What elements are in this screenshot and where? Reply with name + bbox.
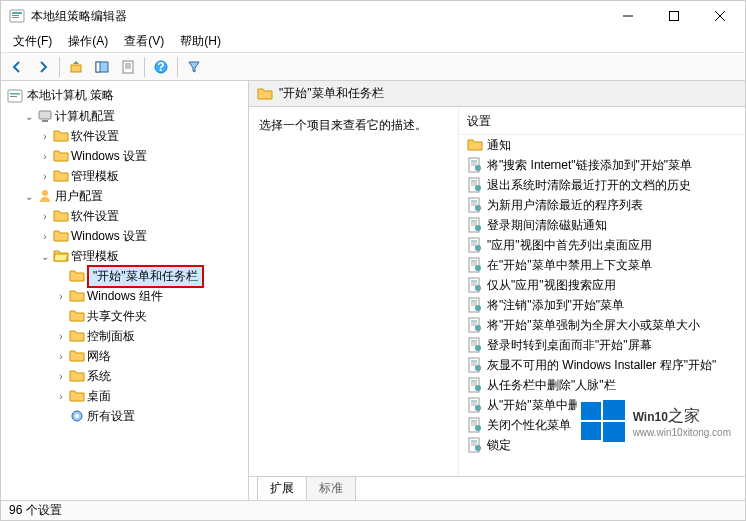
expand-icon[interactable]: › (55, 370, 67, 382)
tree-item[interactable]: ›软件设置 (1, 126, 248, 146)
tree-item[interactable]: ›Windows 设置 (1, 226, 248, 246)
back-button[interactable] (5, 55, 29, 79)
tree-computer-config[interactable]: ⌄计算机配置 (1, 106, 248, 126)
svg-rect-19 (10, 96, 17, 97)
tree-all-settings[interactable]: 所有设置 (1, 406, 248, 426)
tree-item[interactable]: ›管理模板 (1, 166, 248, 186)
policy-icon (467, 297, 483, 313)
svg-point-22 (42, 190, 48, 196)
description-pane: 选择一个项目来查看它的描述。 (249, 107, 459, 476)
up-button[interactable] (64, 55, 88, 79)
show-hide-button[interactable] (90, 55, 114, 79)
tree-item[interactable]: ›Windows 组件 (1, 286, 248, 306)
tree-item[interactable]: ›系统 (1, 366, 248, 386)
filter-button[interactable] (182, 55, 206, 79)
svg-point-94 (475, 425, 481, 431)
svg-text:?: ? (157, 60, 164, 74)
expand-icon[interactable]: › (39, 210, 51, 222)
list-item[interactable]: 退出系统时清除最近打开的文档的历史 (459, 175, 745, 195)
tree-templates-user[interactable]: ⌄管理模板 (1, 246, 248, 266)
expand-icon[interactable]: › (39, 170, 51, 182)
list-item-label: 在"开始"菜单中禁用上下文菜单 (487, 257, 652, 274)
svg-point-44 (475, 225, 481, 231)
folder-icon (53, 228, 69, 244)
list-item-label: 锁定 (487, 437, 511, 454)
policy-icon (467, 377, 483, 393)
collapse-icon[interactable]: ⌄ (39, 250, 51, 262)
menu-view[interactable]: 查看(V) (116, 31, 172, 52)
policy-icon (467, 157, 483, 173)
forward-button[interactable] (31, 55, 55, 79)
tab-extended[interactable]: 扩展 (257, 476, 307, 500)
svg-point-49 (475, 245, 481, 251)
list-item[interactable]: 登录时转到桌面而非"开始"屏幕 (459, 335, 745, 355)
properties-button[interactable] (116, 55, 140, 79)
list-item[interactable]: 登录期间清除磁贴通知 (459, 215, 745, 235)
tree-item[interactable]: 共享文件夹 (1, 306, 248, 326)
list-item[interactable]: "应用"视图中首先列出桌面应用 (459, 235, 745, 255)
list-item[interactable]: 从"开始"菜单中删除"最近添加"列表 (459, 395, 745, 415)
list-item[interactable]: 通知 (459, 135, 745, 155)
expand-icon[interactable]: › (39, 130, 51, 142)
collapse-icon[interactable]: ⌄ (23, 110, 35, 122)
tree-user-config[interactable]: ⌄用户配置 (1, 186, 248, 206)
tree-item[interactable]: ›网络 (1, 346, 248, 366)
close-button[interactable] (697, 1, 743, 31)
help-button[interactable]: ? (149, 55, 173, 79)
list-item-label: 将"搜索 Internet"链接添加到"开始"菜单 (487, 157, 692, 174)
folder-icon (53, 148, 69, 164)
expand-icon[interactable]: › (55, 330, 67, 342)
list-item[interactable]: 将"搜索 Internet"链接添加到"开始"菜单 (459, 155, 745, 175)
tree-item[interactable]: ›Windows 设置 (1, 146, 248, 166)
expand-icon[interactable]: › (39, 230, 51, 242)
content-header: "开始"菜单和任务栏 (249, 81, 745, 107)
policy-icon (467, 397, 483, 413)
list-item[interactable]: 在"开始"菜单中禁用上下文菜单 (459, 255, 745, 275)
svg-point-59 (475, 285, 481, 291)
menu-action[interactable]: 操作(A) (60, 31, 116, 52)
settings-list[interactable]: 设置 通知将"搜索 Internet"链接添加到"开始"菜单退出系统时清除最近打… (459, 107, 745, 476)
list-item[interactable]: 将"开始"菜单强制为全屏大小或菜单大小 (459, 315, 745, 335)
list-item[interactable]: 关闭个性化菜单 (459, 415, 745, 435)
policy-icon (467, 197, 483, 213)
list-item[interactable]: 从任务栏中删除"人脉"栏 (459, 375, 745, 395)
expand-icon[interactable]: › (55, 350, 67, 362)
policy-icon (467, 237, 483, 253)
tree-root[interactable]: 本地计算机 策略 (1, 85, 248, 106)
svg-rect-2 (12, 15, 19, 16)
tree-item[interactable]: ›桌面 (1, 386, 248, 406)
svg-rect-11 (123, 61, 133, 73)
list-item[interactable]: 灰显不可用的 Windows Installer 程序"开始" (459, 355, 745, 375)
list-item[interactable]: 锁定 (459, 435, 745, 455)
svg-rect-5 (670, 12, 679, 21)
tree-item[interactable]: ›软件设置 (1, 206, 248, 226)
svg-point-74 (475, 345, 481, 351)
minimize-button[interactable] (605, 1, 651, 31)
folder-icon (69, 388, 85, 404)
folder-icon (69, 328, 85, 344)
expand-icon[interactable]: › (39, 150, 51, 162)
computer-icon (37, 108, 53, 124)
list-item[interactable]: 为新用户清除最近的程序列表 (459, 195, 745, 215)
list-item-label: 登录时转到桌面而非"开始"屏幕 (487, 337, 652, 354)
maximize-button[interactable] (651, 1, 697, 31)
toolbar-separator (177, 57, 178, 77)
list-item-label: 登录期间清除磁贴通知 (487, 217, 607, 234)
list-item[interactable]: 仅从"应用"视图搜索应用 (459, 275, 745, 295)
collapse-icon[interactable]: ⌄ (23, 190, 35, 202)
policy-icon (467, 217, 483, 233)
expand-icon[interactable]: › (55, 290, 67, 302)
tree-pane[interactable]: 本地计算机 策略 ⌄计算机配置 ›软件设置 ›Windows 设置 ›管理模板 … (1, 81, 249, 500)
svg-point-24 (75, 414, 79, 418)
menu-file[interactable]: 文件(F) (5, 31, 60, 52)
column-header-setting[interactable]: 设置 (459, 107, 745, 135)
tree-item[interactable]: ›控制面板 (1, 326, 248, 346)
list-item-label: 关闭个性化菜单 (487, 417, 571, 434)
folder-icon (467, 137, 483, 153)
menu-help[interactable]: 帮助(H) (172, 31, 229, 52)
list-item[interactable]: 将"注销"添加到"开始"菜单 (459, 295, 745, 315)
tree-startmenu-taskbar[interactable]: "开始"菜单和任务栏 (1, 266, 248, 286)
policy-icon (467, 437, 483, 453)
tab-standard[interactable]: 标准 (306, 476, 356, 500)
expand-icon[interactable]: › (55, 390, 67, 402)
